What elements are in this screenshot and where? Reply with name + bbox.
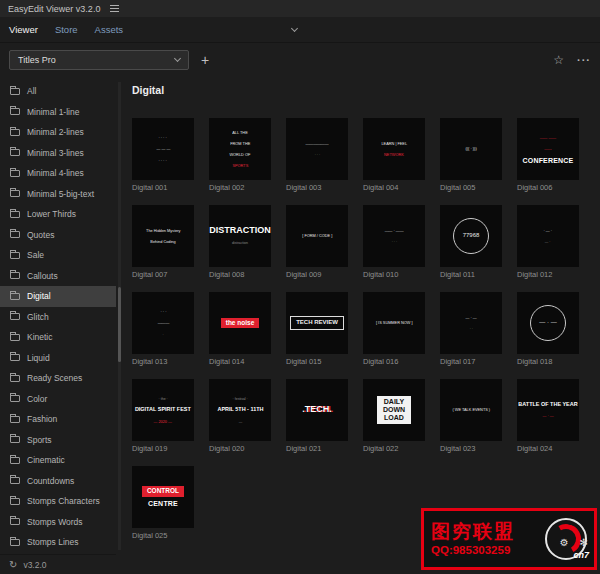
- preview-text: — ·: [545, 239, 551, 244]
- thumbnail-label: Digital 020: [209, 444, 271, 453]
- sidebar-item-digital[interactable]: Digital: [0, 286, 116, 307]
- preview-text: ( WE TALK EVENTS ): [452, 407, 490, 412]
- thumbnail-label: Digital 002: [209, 183, 271, 192]
- thumbnail-digital-018[interactable]: — · —: [517, 292, 579, 354]
- preview-text: [ IS SUMMER NOW ]: [376, 320, 413, 325]
- sidebar-item-ready-scenes[interactable]: Ready Scenes: [0, 368, 116, 389]
- sidebar-item-minimal-2-lines[interactable]: Minimal 2-lines: [0, 122, 116, 143]
- sidebar-item-minimal-3-lines[interactable]: Minimal 3-lines: [0, 143, 116, 164]
- preview-text: the noise: [221, 318, 260, 328]
- grid-cell: · the ·DIGITAL SPIRIT FEST— 2020 —Digita…: [132, 379, 194, 453]
- folder-icon: [10, 211, 20, 218]
- thumbnail-digital-004[interactable]: LEARN | FEELNETWORK: [363, 118, 425, 180]
- thumbnail-digital-003[interactable]: ——————· · ·: [286, 118, 348, 180]
- folder-icon: [10, 170, 20, 177]
- thumbnail-digital-022[interactable]: DAILY DOWN LOAD: [363, 379, 425, 441]
- sidebar-item-stomps-words[interactable]: Stomps Words: [0, 512, 116, 533]
- thumbnail-digital-013[interactable]: · · ·———·: [132, 292, 194, 354]
- sidebar-item-sports[interactable]: Sports: [0, 430, 116, 451]
- grid-cell: · festival ·APRIL 5TH - 11TH—Digital 020: [209, 379, 271, 453]
- pack-select[interactable]: Titles Pro: [9, 50, 189, 70]
- version-label: v3.2.0: [23, 560, 46, 570]
- thumbnail-digital-017[interactable]: — · —· ·: [440, 292, 502, 354]
- sidebar-item-lower-thirds[interactable]: Lower Thirds: [0, 204, 116, 225]
- preview-text: ——————: [305, 141, 328, 146]
- add-pack-button[interactable]: +: [201, 53, 209, 67]
- thumbnail-digital-012[interactable]: · — ·— ·: [517, 205, 579, 267]
- sidebar-item-minimal-4-lines[interactable]: Minimal 4-lines: [0, 163, 116, 184]
- tab-store[interactable]: Store: [55, 24, 78, 35]
- sidebar-item-label: Fashion: [27, 414, 57, 424]
- folder-icon: [10, 231, 20, 238]
- thumbnail-digital-021[interactable]: .TECH.: [286, 379, 348, 441]
- folder-icon: [10, 190, 20, 197]
- thumbnail-digital-023[interactable]: ( WE TALK EVENTS ): [440, 379, 502, 441]
- sidebar-item-label: Kinetic: [27, 332, 53, 342]
- sidebar-item-cinematic[interactable]: Cinematic: [0, 450, 116, 471]
- sparkle-icon[interactable]: ✻: [580, 537, 588, 548]
- thumbnail-digital-020[interactable]: · festival ·APRIL 5TH - 11TH—: [209, 379, 271, 441]
- folder-icon: [10, 375, 20, 382]
- sidebar-item-label: Stomps Lines: [27, 537, 79, 547]
- thumbnail-label: Digital 013: [132, 357, 194, 366]
- menu-icon[interactable]: [110, 5, 119, 6]
- folder-icon: [10, 498, 20, 505]
- grid-cell: CONTROLCENTREDigital 025: [132, 466, 194, 540]
- sidebar-item-label: Sports: [27, 435, 52, 445]
- sidebar-item-minimal-5-big-text[interactable]: Minimal 5-big-text: [0, 184, 116, 205]
- thumbnail-digital-007[interactable]: The Hidden MysteryBehind Coding: [132, 205, 194, 267]
- thumbnail-digital-005[interactable]: ((( · ))): [440, 118, 502, 180]
- preview-text: ALL THE: [232, 130, 247, 135]
- favorite-star-icon[interactable]: ☆: [553, 53, 564, 67]
- sidebar-item-sale[interactable]: Sale: [0, 245, 116, 266]
- thumbnail-label: Digital 025: [132, 531, 194, 540]
- corner-icons: ⚙ ✻: [560, 537, 588, 548]
- sidebar-item-minimal-1-line[interactable]: Minimal 1-line: [0, 102, 116, 123]
- refresh-icon[interactable]: ↻: [9, 559, 17, 570]
- thumbnail-digital-010[interactable]: —— · ——· · ·: [363, 205, 425, 267]
- thumbnail-digital-025[interactable]: CONTROLCENTRE: [132, 466, 194, 528]
- sidebar-item-stomps-lines[interactable]: Stomps Lines: [0, 532, 116, 553]
- sidebar-item-callouts[interactable]: Callouts: [0, 266, 116, 287]
- thumbnail-digital-024[interactable]: BATTLE OF THE YEAR— · —: [517, 379, 579, 441]
- thumbnail-label: Digital 005: [440, 183, 502, 192]
- preview-text: [ FORM / CODE ]: [302, 233, 332, 238]
- sidebar-item-kinetic[interactable]: Kinetic: [0, 327, 116, 348]
- sidebar-item-countdowns[interactable]: Countdowns: [0, 471, 116, 492]
- folder-icon: [10, 395, 20, 402]
- sidebar-item-liquid[interactable]: Liquid: [0, 348, 116, 369]
- thumbnail-digital-016[interactable]: [ IS SUMMER NOW ]: [363, 292, 425, 354]
- gear-icon[interactable]: ⚙: [560, 537, 569, 548]
- sidebar-item-color[interactable]: Color: [0, 389, 116, 410]
- chevron-down-icon: [174, 55, 181, 62]
- more-options-icon[interactable]: ···: [577, 54, 591, 66]
- thumbnail-digital-011[interactable]: 77968: [440, 205, 502, 267]
- chevron-down-icon[interactable]: [291, 25, 298, 32]
- thumbnail-digital-015[interactable]: TECH REVIEW: [286, 292, 348, 354]
- thumbnail-label: Digital 018: [517, 357, 579, 366]
- thumbnail-label: Digital 017: [440, 357, 502, 366]
- sidebar-item-stomps-characters[interactable]: Stomps Characters: [0, 491, 116, 512]
- thumbnail-digital-009[interactable]: [ FORM / CODE ]: [286, 205, 348, 267]
- thumbnail-label: Digital 015: [286, 357, 348, 366]
- preview-text: WORLD OF: [230, 152, 251, 157]
- thumbnail-digital-002[interactable]: ALL THEFROM THEWORLD OFSPORTS: [209, 118, 271, 180]
- tab-assets[interactable]: Assets: [95, 24, 124, 35]
- preview-text: SPORTS: [232, 163, 248, 168]
- grid-cell: —— · ——· · ·Digital 010: [363, 205, 425, 279]
- sidebar-item-quotes[interactable]: Quotes: [0, 225, 116, 246]
- tab-viewer[interactable]: Viewer: [9, 24, 38, 35]
- sidebar-item-fashion[interactable]: Fashion: [0, 409, 116, 430]
- sidebar-item-glitch[interactable]: Glitch: [0, 307, 116, 328]
- thumbnail-digital-008[interactable]: DISTRACTIONdistraction: [209, 205, 271, 267]
- scrollbar-thumb[interactable]: [118, 287, 121, 362]
- sidebar: AllMinimal 1-lineMinimal 2-linesMinimal …: [0, 78, 116, 574]
- thumbnail-digital-014[interactable]: the noise: [209, 292, 271, 354]
- thumbnail-digital-006[interactable]: —— ————CONFERENCE: [517, 118, 579, 180]
- grid-cell: · — ·— ·Digital 012: [517, 205, 579, 279]
- thumbnail-digital-001[interactable]: · · · ·— — —· · · ·: [132, 118, 194, 180]
- folder-icon: [10, 293, 20, 300]
- thumbnail-digital-019[interactable]: · the ·DIGITAL SPIRIT FEST— 2020 —: [132, 379, 194, 441]
- sidebar-item-all[interactable]: All: [0, 81, 116, 102]
- preview-text: CONTROL: [142, 486, 184, 496]
